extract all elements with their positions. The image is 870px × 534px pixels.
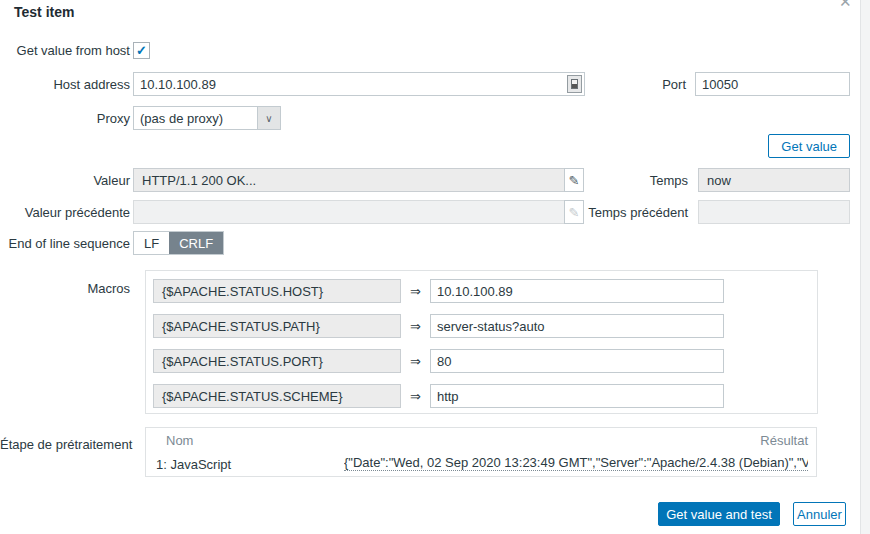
preprocessing-row: 1: JavaScript {"Date":"Wed, 02 Sep 2020 … <box>146 452 816 476</box>
eol-segmented-control: LF CRLF <box>133 231 224 255</box>
edit-pencil-disabled-icon: ✎ <box>564 200 584 224</box>
preprocessing-result-cell: {"Date":"Wed, 02 Sep 2020 13:23:49 GMT",… <box>344 455 808 474</box>
maps-to-arrow-icon: ⇒ <box>410 284 421 299</box>
cancel-button[interactable]: Annuler <box>793 502 846 526</box>
macro-row: {$APACHE.STATUS.SCHEME} ⇒ <box>153 384 817 408</box>
macros-container: {$APACHE.STATUS.HOST} ⇒ {$APACHE.STATUS.… <box>145 270 818 414</box>
host-address-input[interactable] <box>133 72 585 96</box>
macro-row: {$APACHE.STATUS.PORT} ⇒ <box>153 349 817 373</box>
row-valeur-precedente: Valeur précédente ✎ Temps précédent <box>0 200 850 224</box>
get-value-button[interactable]: Get value <box>768 134 850 158</box>
column-header-resultat: Résultat <box>760 433 808 448</box>
chevron-down-icon: ∨ <box>257 107 280 129</box>
proxy-select[interactable]: (pas de proxy) ∨ <box>133 106 281 130</box>
get-value-from-host-label: Get value from host <box>0 43 130 58</box>
valeur-precedente-field <box>133 200 565 224</box>
maps-to-arrow-icon: ⇒ <box>410 319 421 334</box>
preprocessing-label: Étape de prétraitement <box>0 437 130 452</box>
macro-name-field: {$APACHE.STATUS.SCHEME} <box>153 384 401 408</box>
preprocessing-table: Nom Résultat 1: JavaScript {"Date":"Wed,… <box>145 427 817 477</box>
close-icon[interactable]: ✕ <box>839 0 852 11</box>
port-input[interactable] <box>695 72 850 96</box>
macro-row: {$APACHE.STATUS.PATH} ⇒ <box>153 314 817 338</box>
macros-label: Macros <box>0 281 130 296</box>
macro-value-input[interactable] <box>430 349 724 373</box>
row-get-value-from-host: Get value from host ✓ <box>0 38 850 62</box>
multiline-editor-icon[interactable] <box>567 75 582 93</box>
temps-precedent-label: Temps précédent <box>588 205 688 220</box>
temps-label: Temps <box>650 173 688 188</box>
preprocessing-step-name: 1: JavaScript <box>156 457 344 472</box>
multiline-editor-glyph <box>571 79 578 89</box>
temps-precedent-field <box>698 200 850 224</box>
vertical-scrollbar[interactable] <box>860 0 870 534</box>
macro-name-field: {$APACHE.STATUS.PATH} <box>153 314 401 338</box>
eol-sequence-label: End of line sequence <box>0 236 130 251</box>
macro-value-input[interactable] <box>430 279 724 303</box>
port-label: Port <box>662 77 686 92</box>
dialog-title: Test item <box>14 4 74 20</box>
macro-value-input[interactable] <box>430 384 724 408</box>
macro-name-field: {$APACHE.STATUS.HOST} <box>153 279 401 303</box>
preprocessing-header: Nom Résultat <box>146 428 816 452</box>
maps-to-arrow-icon: ⇒ <box>410 354 421 369</box>
proxy-selected-value: (pas de proxy) <box>134 111 257 126</box>
preprocessing-result-link[interactable]: {"Date":"Wed, 02 Sep 2020 13:23:49 GMT",… <box>344 455 808 471</box>
row-proxy: Proxy (pas de proxy) ∨ <box>0 106 850 130</box>
temps-field: now <box>698 168 850 192</box>
maps-to-arrow-icon: ⇒ <box>410 389 421 404</box>
valeur-label: Valeur <box>0 173 130 188</box>
valeur-precedente-label: Valeur précédente <box>0 205 130 220</box>
row-valeur: Valeur HTTP/1.1 200 OK... ✎ Temps now <box>0 168 850 192</box>
macro-row: {$APACHE.STATUS.HOST} ⇒ <box>153 279 817 303</box>
eol-option-lf[interactable]: LF <box>134 232 169 254</box>
edit-pencil-icon[interactable]: ✎ <box>564 168 584 192</box>
eol-option-crlf[interactable]: CRLF <box>169 232 223 254</box>
column-header-nom: Nom <box>166 433 760 448</box>
test-item-dialog: Test item ✕ Get value from host ✓ Host a… <box>0 0 870 534</box>
proxy-label: Proxy <box>0 111 130 126</box>
macro-name-field: {$APACHE.STATUS.PORT} <box>153 349 401 373</box>
macro-value-input[interactable] <box>430 314 724 338</box>
valeur-field: HTTP/1.1 200 OK... <box>133 168 565 192</box>
check-icon: ✓ <box>136 44 147 57</box>
row-eol-sequence: End of line sequence LF CRLF <box>0 231 850 255</box>
host-address-label: Host address <box>0 77 130 92</box>
row-host-address: Host address Port <box>0 72 850 96</box>
get-value-from-host-checkbox[interactable]: ✓ <box>133 42 150 59</box>
get-value-and-test-button[interactable]: Get value and test <box>658 502 780 526</box>
